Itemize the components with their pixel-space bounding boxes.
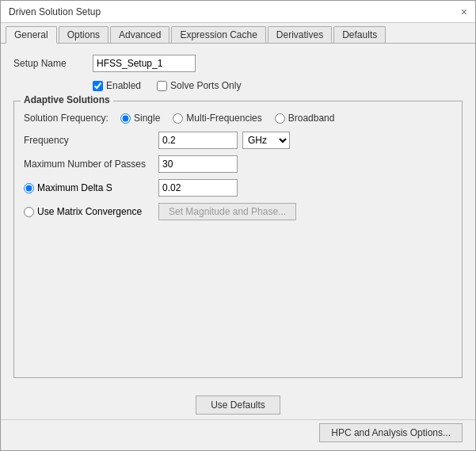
- matrix-convergence-radio-wrap: Use Matrix Convergence: [24, 206, 158, 217]
- max-passes-label: Maximum Number of Passes: [24, 159, 158, 170]
- frequency-unit-select[interactable]: GHz MHz THz Hz: [242, 132, 290, 149]
- tab-advanced[interactable]: Advanced: [110, 26, 169, 43]
- max-delta-s-input[interactable]: [158, 179, 238, 197]
- frequency-input[interactable]: [158, 132, 238, 149]
- bottom-buttons: Use Defaults: [1, 389, 475, 419]
- max-passes-row: Maximum Number of Passes: [24, 155, 452, 173]
- dialog-window: Driven Solution Setup × General Options …: [0, 0, 476, 451]
- adaptive-solutions-group: Adaptive Solutions Solution Frequency: S…: [13, 101, 463, 378]
- radio-single[interactable]: [120, 113, 131, 124]
- tab-options[interactable]: Options: [59, 26, 109, 43]
- max-delta-s-row: Maximum Delta S: [24, 179, 452, 197]
- max-passes-input[interactable]: [158, 155, 238, 173]
- group-box-legend: Adaptive Solutions: [21, 94, 113, 105]
- radio-multi-label-text: Multi-Frequencies: [186, 113, 261, 124]
- solution-frequency-radio-group: Single Multi-Frequencies Broadband: [120, 113, 334, 124]
- tab-general[interactable]: General: [6, 26, 57, 44]
- solve-ports-only-checkbox-label[interactable]: Solve Ports Only: [157, 80, 241, 91]
- checkboxes-row: Enabled Solve Ports Only: [93, 80, 463, 91]
- max-delta-s-label: Maximum Delta S: [37, 182, 112, 193]
- footer-row: HPC and Analysis Options...: [1, 419, 475, 450]
- radio-single-label-text: Single: [134, 113, 160, 124]
- set-magnitude-phase-button[interactable]: Set Magnitude and Phase...: [158, 203, 296, 220]
- enabled-checkbox[interactable]: [93, 81, 103, 91]
- radio-multi-frequencies[interactable]: [173, 113, 183, 124]
- solve-ports-only-checkbox[interactable]: [157, 81, 167, 91]
- use-defaults-button[interactable]: Use Defaults: [196, 396, 280, 415]
- radio-multi-label[interactable]: Multi-Frequencies: [173, 113, 261, 124]
- enabled-checkbox-label[interactable]: Enabled: [93, 80, 141, 91]
- matrix-convergence-label: Use Matrix Convergence: [37, 206, 142, 217]
- solution-frequency-label: Solution Frequency:: [24, 113, 111, 124]
- radio-broadband-label-text: Broadband: [288, 113, 335, 124]
- radio-broadband-label[interactable]: Broadband: [275, 113, 335, 124]
- max-delta-s-radio-wrap: Maximum Delta S: [24, 182, 158, 193]
- tab-derivatives[interactable]: Derivatives: [268, 26, 332, 43]
- solution-frequency-row: Solution Frequency: Single Multi-Frequen…: [24, 113, 452, 124]
- enabled-label: Enabled: [106, 80, 141, 91]
- radio-single-label[interactable]: Single: [120, 113, 160, 124]
- setup-name-label: Setup Name: [13, 58, 77, 69]
- frequency-row: Frequency GHz MHz THz Hz: [24, 132, 452, 149]
- matrix-convergence-row: Use Matrix Convergence Set Magnitude and…: [24, 203, 452, 220]
- dialog-title: Driven Solution Setup: [9, 6, 101, 17]
- setup-name-row: Setup Name: [13, 55, 463, 72]
- radio-matrix-convergence[interactable]: [24, 207, 34, 217]
- title-bar: Driven Solution Setup ×: [1, 1, 475, 23]
- frequency-label: Frequency: [24, 135, 158, 146]
- close-button[interactable]: ×: [461, 6, 467, 17]
- tab-defaults[interactable]: Defaults: [333, 26, 386, 43]
- tabs-container: General Options Advanced Expression Cach…: [1, 23, 475, 44]
- hpc-analysis-button[interactable]: HPC and Analysis Options...: [319, 423, 463, 442]
- tab-expression-cache[interactable]: Expression Cache: [171, 26, 265, 43]
- solve-ports-only-label: Solve Ports Only: [170, 80, 241, 91]
- radio-broadband[interactable]: [275, 113, 285, 124]
- main-content: Setup Name Enabled Solve Ports Only Adap…: [1, 44, 475, 389]
- radio-max-delta-s[interactable]: [24, 183, 34, 193]
- setup-name-input[interactable]: [93, 55, 196, 72]
